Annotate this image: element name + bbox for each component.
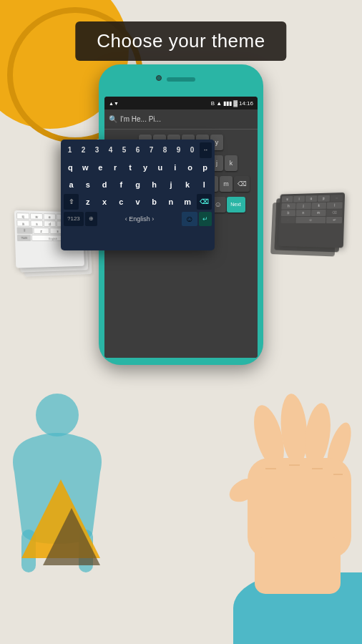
bk-key-dots[interactable]: ··: [200, 142, 212, 158]
bk-key-2[interactable]: 2: [77, 142, 89, 158]
bk-key-8[interactable]: 8: [159, 142, 171, 158]
bluetooth-icon: B: [211, 100, 215, 107]
status-right: B ▲ ▮▮▮ ▓ 14:16: [211, 100, 253, 107]
svg-point-0: [36, 394, 79, 436]
big-keyboard-dark-overlay: 1 2 3 4 5 6 7 8 9 0 ·· q w e r t y u i o…: [61, 140, 215, 250]
bk-btn-123[interactable]: ?123: [64, 212, 84, 226]
prediction-text: I'm He... Pi...: [120, 115, 253, 123]
bg-blue-blob: [233, 572, 362, 644]
bk-key-y[interactable]: y: [139, 160, 152, 175]
bk-key-4[interactable]: 4: [104, 142, 117, 158]
bk-key-d[interactable]: d: [97, 177, 112, 192]
prediction-bar: 🔍 I'm He... Pi...: [104, 109, 258, 130]
bk-key-j[interactable]: j: [163, 177, 178, 192]
bk-space-bar[interactable]: ‹ English ›: [99, 212, 180, 226]
bk-key-n[interactable]: n: [163, 194, 178, 210]
phone-camera: [156, 75, 162, 81]
title-text: Choose your theme: [97, 30, 265, 52]
bk-key-3[interactable]: 3: [91, 142, 103, 158]
bk-key-9[interactable]: 9: [172, 142, 185, 158]
bk-emoji-btn[interactable]: ☺: [182, 212, 197, 226]
status-bar: ▲▼ B ▲ ▮▮▮ ▓ 14:16: [104, 97, 258, 109]
bk-key-l[interactable]: l: [197, 177, 212, 192]
bk-key-t[interactable]: t: [124, 160, 137, 175]
bk-enter-btn[interactable]: ↵: [199, 212, 212, 226]
wifi-icon: ▲: [216, 100, 222, 107]
bk-key-0[interactable]: 0: [186, 142, 198, 158]
bk-key-z[interactable]: z: [80, 194, 95, 210]
bg-triangle-dark: [43, 508, 100, 565]
bk-key-c[interactable]: c: [114, 194, 129, 210]
bk-key-m[interactable]: m: [180, 194, 195, 210]
bk-key-b[interactable]: b: [147, 194, 162, 210]
bk-key-delete[interactable]: ⌫: [197, 194, 212, 210]
bk-key-u[interactable]: u: [153, 160, 167, 175]
bk-key-6[interactable]: 6: [132, 142, 144, 158]
bk-key-o[interactable]: o: [183, 160, 197, 175]
key-m[interactable]: m: [220, 176, 233, 192]
floating-keyboard-dark-stack: u i o p → h j k l b n m ⌫ · ☺ ↵: [278, 192, 345, 248]
bk-key-x[interactable]: x: [97, 194, 112, 210]
bk-key-7[interactable]: 7: [145, 142, 157, 158]
bk-key-w[interactable]: w: [79, 160, 92, 175]
search-icon: 🔍: [109, 115, 117, 123]
bk-key-f[interactable]: f: [114, 177, 129, 192]
key-next[interactable]: Next: [227, 197, 245, 213]
keyboard-theme-dark-front: u i o p → h j k l b n m ⌫ · ☺ ↵: [278, 192, 345, 248]
bk-key-5[interactable]: 5: [118, 142, 130, 158]
bk-row-qwerty: q w e r t y u i o p: [64, 160, 212, 175]
bk-key-e[interactable]: e: [94, 160, 107, 175]
bk-row-zxcv: ⇧ z x c v b n m ⌫: [64, 194, 212, 210]
bk-key-k[interactable]: k: [180, 177, 195, 192]
status-icons: ▲▼: [109, 101, 119, 106]
bk-key-a[interactable]: a: [64, 177, 79, 192]
bk-key-1[interactable]: 1: [64, 142, 76, 158]
bk-row-asdf: a s d f g h j k l: [64, 177, 212, 192]
bk-btn-settings[interactable]: ⊕: [85, 212, 97, 226]
key-delete[interactable]: ⌫: [234, 176, 250, 192]
time-display: 14:16: [239, 100, 253, 107]
bk-row-numbers: 1 2 3 4 5 6 7 8 9 0 ··: [64, 142, 212, 158]
bk-key-q[interactable]: q: [64, 160, 77, 175]
key-k[interactable]: k: [225, 155, 238, 171]
bk-key-r[interactable]: r: [109, 160, 122, 175]
bk-key-i[interactable]: i: [168, 160, 182, 175]
bk-key-shift[interactable]: ⇧: [64, 194, 79, 210]
battery-icon: ▓: [233, 100, 238, 107]
bk-key-s[interactable]: s: [80, 177, 95, 192]
phone-speaker: [167, 77, 195, 82]
bk-key-p[interactable]: p: [198, 160, 212, 175]
signal-icon: ▮▮▮: [223, 100, 232, 107]
bk-key-v[interactable]: v: [130, 194, 145, 210]
title-banner: Choose your theme: [75, 21, 286, 61]
bk-row-bottom: ?123 ⊕ ‹ English › ☺ ↵: [64, 211, 212, 227]
bk-key-g[interactable]: g: [130, 177, 145, 192]
bk-key-h[interactable]: h: [147, 177, 162, 192]
